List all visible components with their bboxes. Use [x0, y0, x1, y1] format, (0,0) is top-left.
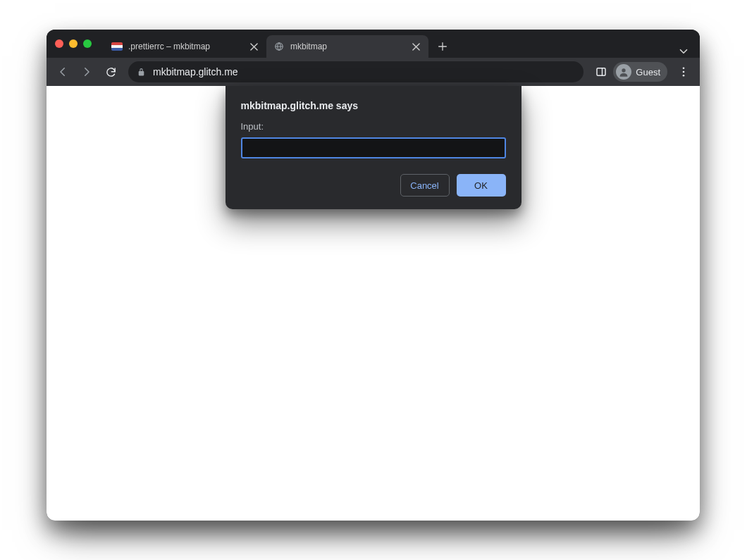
url-text: mkbitmap.glitch.me: [153, 66, 575, 77]
dialog-prompt-label: Input:: [241, 121, 506, 132]
profile-chip[interactable]: Guest: [613, 62, 667, 82]
page-viewport: mkbitmap.glitch.me says Input: Cancel OK: [47, 86, 700, 521]
toolbar: mkbitmap.glitch.me Guest: [47, 58, 700, 86]
forward-button[interactable]: [76, 61, 97, 82]
js-prompt-dialog: mkbitmap.glitch.me says Input: Cancel OK: [226, 86, 521, 209]
svg-point-4: [683, 67, 685, 69]
window-maximize-button[interactable]: [83, 39, 92, 48]
tab-title: .prettierrc – mkbitmap: [128, 42, 242, 51]
kebab-menu-icon[interactable]: [673, 66, 694, 78]
back-button[interactable]: [52, 61, 73, 82]
address-bar[interactable]: mkbitmap.glitch.me: [128, 61, 584, 82]
svg-rect-1: [597, 68, 605, 76]
favicon-glitch-icon: [111, 41, 123, 52]
new-tab-button[interactable]: [433, 37, 452, 56]
toolbar-right-controls: Guest: [595, 62, 694, 82]
ok-button[interactable]: OK: [457, 174, 506, 197]
side-panel-icon[interactable]: [595, 66, 607, 78]
svg-point-5: [683, 71, 685, 73]
tab-strip: .prettierrc – mkbitmap mkbitmap: [104, 30, 700, 58]
tab-prettierrc[interactable]: .prettierrc – mkbitmap: [104, 35, 266, 58]
dialog-input[interactable]: [241, 137, 506, 158]
profile-label: Guest: [636, 67, 660, 77]
tab-overflow-button[interactable]: [677, 45, 690, 58]
window-minimize-button[interactable]: [69, 39, 78, 48]
cancel-button[interactable]: Cancel: [400, 174, 450, 197]
tab-close-button[interactable]: [410, 41, 421, 52]
avatar-icon: [616, 64, 631, 80]
browser-window: .prettierrc – mkbitmap mkbitmap: [47, 30, 700, 521]
window-controls: [55, 39, 92, 48]
dialog-button-row: Cancel OK: [241, 174, 506, 197]
tab-strip-bar: .prettierrc – mkbitmap mkbitmap: [47, 30, 700, 58]
reload-button[interactable]: [100, 61, 121, 82]
lock-icon: [137, 68, 146, 77]
dialog-title: mkbitmap.glitch.me says: [241, 100, 506, 111]
tab-mkbitmap[interactable]: mkbitmap: [266, 35, 428, 58]
tab-close-button[interactable]: [248, 41, 259, 52]
svg-point-3: [622, 68, 626, 72]
tab-title: mkbitmap: [290, 42, 405, 51]
window-close-button[interactable]: [55, 39, 63, 48]
favicon-globe-icon: [273, 41, 285, 52]
svg-point-6: [683, 75, 685, 77]
